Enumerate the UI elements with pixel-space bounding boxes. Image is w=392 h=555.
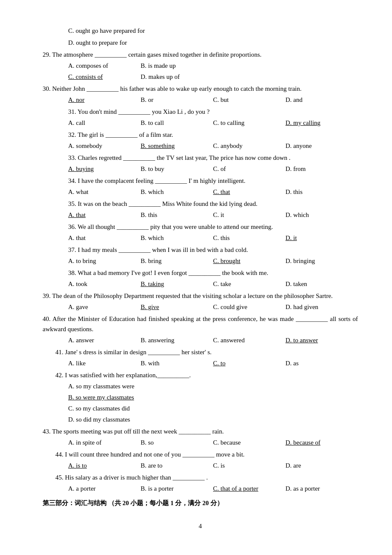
q39-c: C. could give bbox=[213, 302, 285, 312]
q37-a: A. to bring bbox=[68, 256, 141, 266]
q37-d: D. bringing bbox=[285, 256, 358, 266]
q33-b: B. to buy bbox=[141, 164, 213, 174]
q39-a: A. gave bbox=[68, 302, 141, 312]
c-ought-go-text: C. ought go have prepared for bbox=[68, 27, 145, 34]
q33-d: D. from bbox=[285, 164, 358, 174]
q30-b: B. or bbox=[141, 95, 213, 105]
q34-b: B. which bbox=[141, 187, 213, 197]
q37-text: 37. I had my meals __________ when I was… bbox=[43, 245, 358, 255]
q44-options: A. is to B. are to C. is D. are bbox=[43, 460, 358, 471]
question-39: 39. The dean of the Philosophy Departmen… bbox=[43, 291, 358, 312]
q37-c: C. brought bbox=[213, 256, 285, 266]
q37-b: B. bring bbox=[141, 256, 213, 266]
q45-b: B. is a porter bbox=[141, 483, 213, 494]
q30-text: 30. Neither John __________ his father w… bbox=[43, 84, 358, 94]
q35-d: D. which bbox=[285, 210, 358, 220]
q29-b: B. is made up bbox=[141, 61, 213, 71]
q43-a: A. in spite of bbox=[68, 437, 141, 448]
q31-b: B. to call bbox=[141, 118, 213, 128]
q30-c: C. but bbox=[213, 95, 285, 105]
q34-c: C. that bbox=[213, 187, 285, 197]
section3-header: 第三部分：词汇与结构 （共 20 小题；每小题 1 分，满分 20 分） bbox=[43, 498, 358, 508]
q32-text: 32. The girl is __________ of a film sta… bbox=[43, 130, 358, 140]
q43-options: A. in spite of B. so C. because D. becau… bbox=[43, 437, 358, 448]
q35-text: 35. It was on the beach __________ Miss … bbox=[43, 199, 358, 209]
q30-a: A. nor bbox=[68, 95, 141, 105]
q45-a: A. a porter bbox=[68, 483, 141, 494]
q32-d: D. anyone bbox=[285, 141, 358, 151]
q36-options: A. that B. which C. this D. it bbox=[43, 233, 358, 243]
q44-a: A. is to bbox=[68, 460, 141, 471]
q39-d: D. had given bbox=[285, 302, 358, 312]
q32-c: C. anybody bbox=[213, 141, 285, 151]
q36-d: D. it bbox=[285, 233, 358, 243]
q41-text: 41. Jane' s dress is similar in design _… bbox=[43, 347, 358, 357]
question-38: 38. What a bad memory I've got! I even f… bbox=[43, 268, 358, 289]
q39-b: B. give bbox=[141, 302, 213, 312]
q36-b: B. which bbox=[141, 233, 213, 243]
q39-options: A. gave B. give C. could give D. had giv… bbox=[43, 302, 358, 312]
question-32: 32. The girl is __________ of a film sta… bbox=[43, 130, 358, 151]
q42-a: A. so my classmates were bbox=[43, 381, 358, 391]
question-40: 40. After the Minister of Education had … bbox=[43, 314, 358, 345]
q34-d: D. this bbox=[285, 187, 358, 197]
q38-c: C. take bbox=[213, 279, 285, 289]
q41-c: C. to bbox=[213, 358, 285, 368]
q36-c: C. this bbox=[213, 233, 285, 243]
question-31: 31. You don't mind __________ you Xiao L… bbox=[43, 107, 358, 128]
q29-text: 29. The atmosphere __________ certain ga… bbox=[43, 49, 358, 60]
question-34: 34. I have the complacent feeling ______… bbox=[43, 176, 358, 197]
q33-text: 33. Charles regretted __________ the TV … bbox=[43, 153, 358, 163]
q38-b: B. taking bbox=[141, 279, 213, 289]
q31-options: A. call B. to call C. to calling D. my c… bbox=[43, 118, 358, 128]
question-33: 33. Charles regretted __________ the TV … bbox=[43, 153, 358, 174]
question-35: 35. It was on the beach __________ Miss … bbox=[43, 199, 358, 220]
question-37: 37. I had my meals __________ when I was… bbox=[43, 245, 358, 266]
q40-a: A. answer bbox=[68, 335, 141, 345]
question-44: 44. I will count three hundred and not o… bbox=[43, 449, 358, 471]
q44-text: 44. I will count three hundred and not o… bbox=[43, 449, 358, 460]
q31-text: 31. You don't mind __________ you Xiao L… bbox=[43, 107, 358, 117]
q35-c: C. it bbox=[213, 210, 285, 220]
q33-c: C. of bbox=[213, 164, 285, 174]
q37-options: A. to bring B. bring C. brought D. bring… bbox=[43, 256, 358, 266]
q44-c: C. is bbox=[213, 460, 285, 471]
question-41: 41. Jane' s dress is similar in design _… bbox=[43, 347, 358, 368]
option-d-prev: D. ought to prepare for bbox=[43, 38, 358, 48]
q31-d: D. my calling bbox=[285, 118, 358, 128]
option-c-prev: C. ought go have prepared for bbox=[43, 26, 358, 36]
q35-a: A. that bbox=[68, 210, 141, 220]
q36-a: A. that bbox=[68, 233, 141, 243]
question-42: 42. I was satisfied with her explanation… bbox=[43, 370, 358, 425]
q40-options: A. answer B. answering C. answered D. to… bbox=[43, 335, 358, 345]
exam-content: C. ought go have prepared for D. ought t… bbox=[43, 26, 358, 508]
q41-options: A. like B. with C. to D. as bbox=[43, 358, 358, 368]
q40-c: C. answered bbox=[213, 335, 285, 345]
q29-d: D. makes up of bbox=[141, 72, 213, 82]
q39-text: 39. The dean of the Philosophy Departmen… bbox=[43, 291, 358, 301]
q40-d: D. to answer bbox=[285, 335, 358, 345]
q29-a: A. composes of bbox=[68, 61, 141, 71]
question-30: 30. Neither John __________ his father w… bbox=[43, 84, 358, 105]
q38-text: 38. What a bad memory I've got! I even f… bbox=[43, 268, 358, 278]
q31-c: C. to calling bbox=[213, 118, 285, 128]
q38-a: A. took bbox=[68, 279, 141, 289]
q43-b: B. so bbox=[141, 437, 213, 448]
q41-d: D. as bbox=[285, 358, 358, 368]
q29-options: A. composes of B. is made up bbox=[43, 61, 358, 71]
q42-c: C. so my classmates did bbox=[43, 403, 358, 413]
q45-text: 45. His salary as a driver is much highe… bbox=[43, 472, 358, 483]
q38-options: A. took B. taking C. take D. taken bbox=[43, 279, 358, 289]
q33-options: A. buying B. to buy C. of D. from bbox=[43, 164, 358, 174]
q35-options: A. that B. this C. it D. which bbox=[43, 210, 358, 220]
q42-b: B. so were my classmates bbox=[43, 392, 358, 402]
q40-text: 40. After the Minister of Education had … bbox=[43, 314, 358, 334]
q38-d: D. taken bbox=[285, 279, 358, 289]
q29-c: C. consists of bbox=[68, 72, 141, 82]
q41-a: A. like bbox=[68, 358, 141, 368]
q42-text: 42. I was satisfied with her explanation… bbox=[43, 370, 358, 380]
q45-options: A. a porter B. is a porter C. that of a … bbox=[43, 483, 358, 494]
q30-options: A. nor B. or C. but D. and bbox=[43, 95, 358, 105]
d-ought-to-text: D. ought to prepare for bbox=[68, 39, 127, 46]
q45-d: D. as a porter bbox=[285, 483, 358, 494]
